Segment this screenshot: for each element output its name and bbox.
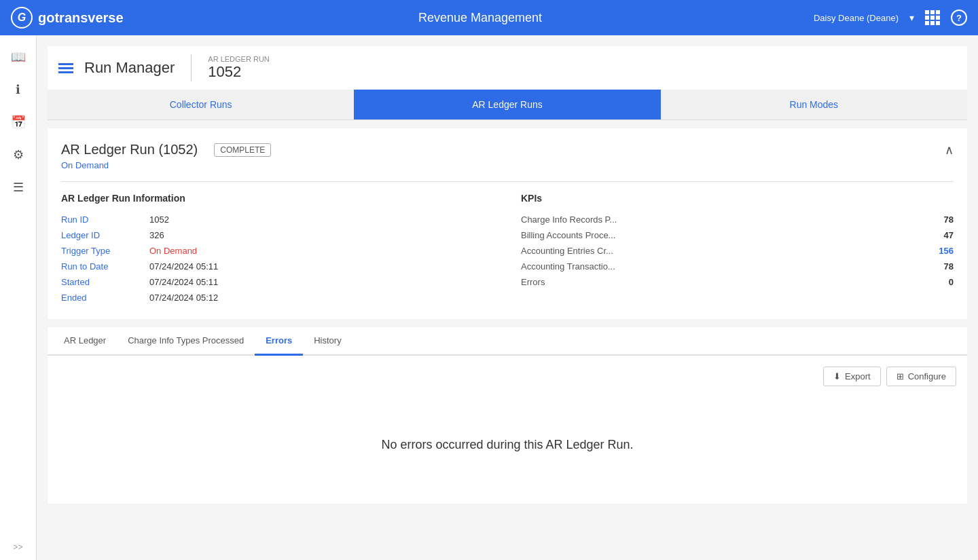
- sub-label: AR LEDGER RUN: [208, 55, 269, 63]
- sidebar-expand[interactable]: >>: [13, 542, 22, 552]
- info-row-runid: Run ID 1052: [61, 212, 494, 227]
- logo-circle: G: [11, 7, 33, 29]
- user-menu[interactable]: Daisy Deane (Deane): [814, 13, 899, 23]
- info-row-ledgerid: Ledger ID 326: [61, 227, 494, 243]
- info-section-title: AR Ledger Run Information: [61, 193, 494, 204]
- info-label-runtodate: Run to Date: [61, 261, 149, 272]
- page-header: Run Manager AR LEDGER RUN 1052: [48, 46, 967, 90]
- configure-button[interactable]: ⊞ Configure: [886, 367, 956, 386]
- run-subtitle: On Demand: [61, 160, 954, 170]
- layout: 📖 ℹ 📅 ⚙ ☰ >> Run Manager AR LEDGER RUN 1…: [0, 35, 978, 560]
- divider: [61, 181, 954, 182]
- bottom-tab-errors[interactable]: Errors: [255, 327, 303, 356]
- info-left: AR Ledger Run Information Run ID 1052 Le…: [61, 193, 494, 305]
- nav-right: Daisy Deane (Deane) ▾ ?: [814, 10, 967, 26]
- kpi-row-0: Charge Info Records P... 78: [521, 212, 954, 227]
- tab-run-modes[interactable]: Run Modes: [661, 90, 967, 119]
- bottom-toolbar: ⬇ Export ⊞ Configure: [58, 367, 956, 386]
- sidebar-item-gear[interactable]: ⚙: [5, 141, 32, 168]
- collapse-button[interactable]: ∧: [945, 143, 954, 157]
- kpi-value-2: 156: [939, 246, 954, 256]
- info-row-started: Started 07/24/2024 05:11: [61, 274, 494, 290]
- sidebar: 📖 ℹ 📅 ⚙ ☰ >>: [0, 35, 37, 560]
- export-icon: ⬇: [833, 371, 841, 381]
- info-section: AR Ledger Run Information Run ID 1052 Le…: [61, 193, 954, 305]
- tab-collector-runs[interactable]: Collector Runs: [48, 90, 354, 119]
- content-card: AR Ledger Run (1052) COMPLETE ∧ On Deman…: [48, 128, 967, 319]
- info-label-runid: Run ID: [61, 214, 149, 225]
- kpi-label-3: Accounting Transactio...: [521, 261, 615, 272]
- run-header: AR Ledger Run (1052) COMPLETE ∧: [61, 142, 954, 157]
- apps-icon[interactable]: [925, 10, 940, 25]
- header-sub: AR LEDGER RUN 1052: [208, 55, 269, 81]
- info-row-trigger: Trigger Type On Demand: [61, 243, 494, 259]
- kpi-value-1: 47: [944, 230, 954, 240]
- info-value-ledgerid: 326: [149, 230, 164, 240]
- run-title: AR Ledger Run (1052): [61, 142, 198, 157]
- info-label-ledgerid: Ledger ID: [61, 230, 149, 240]
- bottom-tab-ar-ledger[interactable]: AR Ledger: [53, 327, 117, 356]
- main-tabs: Collector Runs AR Ledger Runs Run Modes: [48, 90, 967, 120]
- kpi-label-4: Errors: [521, 277, 545, 287]
- sub-id: 1052: [208, 63, 269, 81]
- kpi-row-2: Accounting Entries Cr... 156: [521, 243, 954, 259]
- tab-ar-ledger-runs[interactable]: AR Ledger Runs: [354, 90, 660, 119]
- run-manager-icon: [58, 63, 73, 73]
- kpi-value-4: 0: [949, 277, 954, 287]
- bottom-tab-charge-info[interactable]: Charge Info Types Processed: [117, 327, 255, 356]
- bottom-tab-history[interactable]: History: [303, 327, 352, 356]
- kpi-value-3: 78: [944, 261, 954, 272]
- header-divider: [191, 54, 192, 81]
- kpi-label-0: Charge Info Records P...: [521, 214, 617, 225]
- bottom-content: ⬇ Export ⊞ Configure No errors occurred …: [48, 356, 967, 504]
- kpis-title: KPIs: [521, 193, 954, 204]
- user-dropdown-icon[interactable]: ▾: [909, 12, 914, 23]
- info-value-runid: 1052: [149, 214, 169, 225]
- sidebar-item-info[interactable]: ℹ: [5, 76, 32, 103]
- top-nav: G gotransverse Revenue Management Daisy …: [0, 0, 978, 35]
- info-value-trigger: On Demand: [149, 246, 197, 256]
- bottom-tabs: AR Ledger Charge Info Types Processed Er…: [48, 327, 967, 356]
- info-value-ended: 07/24/2024 05:12: [149, 293, 218, 303]
- help-icon[interactable]: ?: [951, 10, 967, 26]
- status-badge: COMPLETE: [214, 143, 271, 157]
- export-button[interactable]: ⬇ Export: [823, 367, 881, 386]
- info-label-trigger: Trigger Type: [61, 246, 149, 256]
- kpi-label-2: Accounting Entries Cr...: [521, 246, 613, 256]
- sidebar-item-list[interactable]: ☰: [5, 174, 32, 201]
- info-right: KPIs Charge Info Records P... 78 Billing…: [521, 193, 954, 305]
- kpi-row-4: Errors 0: [521, 274, 954, 290]
- info-row-runtodate: Run to Date 07/24/2024 05:11: [61, 259, 494, 274]
- kpi-value-0: 78: [944, 214, 954, 225]
- kpi-row-3: Accounting Transactio... 78: [521, 259, 954, 274]
- sidebar-item-book[interactable]: 📖: [5, 43, 32, 71]
- kpi-row-1: Billing Accounts Proce... 47: [521, 227, 954, 243]
- kpi-label-1: Billing Accounts Proce...: [521, 230, 615, 240]
- info-value-runtodate: 07/24/2024 05:11: [149, 261, 218, 272]
- logo[interactable]: G gotransverse: [11, 7, 147, 29]
- logo-text: gotransverse: [38, 10, 124, 26]
- page-title: Run Manager: [84, 59, 175, 77]
- info-value-started: 07/24/2024 05:11: [149, 277, 218, 287]
- sidebar-item-calendar[interactable]: 📅: [5, 109, 32, 136]
- info-label-started: Started: [61, 277, 149, 287]
- app-title: Revenue Management: [147, 11, 814, 25]
- configure-icon: ⊞: [896, 371, 904, 381]
- main-content: Run Manager AR LEDGER RUN 1052 Collector…: [37, 35, 978, 560]
- info-row-ended: Ended 07/24/2024 05:12: [61, 290, 494, 305]
- empty-message: No errors occurred during this AR Ledger…: [58, 397, 956, 493]
- info-label-ended: Ended: [61, 293, 149, 303]
